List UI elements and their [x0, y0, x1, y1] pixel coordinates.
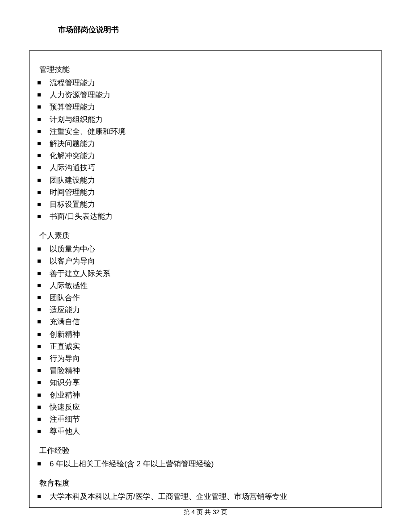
list-item: 大学本科及本科以上学历/医学、工商管理、企业管理、市场营销等专业 [38, 490, 382, 503]
section-heading: 管理技能 [29, 64, 382, 75]
bullet-marker-icon [38, 296, 41, 299]
bullet-marker-icon [38, 142, 41, 145]
bullet-marker-icon [38, 81, 41, 84]
bullet-marker-icon [38, 308, 41, 311]
list-item-text: 正直诚实 [50, 340, 80, 352]
section-heading: 工作经验 [29, 445, 382, 456]
list-item-text: 书面/口头表达能力 [50, 210, 113, 222]
bullet-marker-icon [38, 203, 41, 206]
bullet-marker-icon [38, 130, 41, 133]
list-item-text: 以客户为导向 [50, 255, 95, 267]
list-item-text: 解决问题能力 [50, 138, 95, 150]
list-item-text: 行为导向 [50, 352, 80, 364]
list-item-text: 创新精神 [50, 328, 80, 340]
list-item: 团队建设能力 [38, 174, 382, 186]
list-item: 化解冲突能力 [38, 150, 382, 162]
list-item: 注重安全、健康和环境 [38, 126, 382, 138]
list-item: 注重细节 [38, 413, 382, 425]
list-item: 正直诚实 [38, 340, 382, 352]
bullet-marker-icon [38, 430, 41, 433]
bullet-list: 以质量为中心以客户为导向善于建立人际关系人际敏感性团队合作适应能力充满自信创新精… [29, 243, 382, 437]
section-heading: 教育程度 [29, 478, 382, 488]
list-item-text: 人际沟通技巧 [50, 162, 95, 174]
list-item-text: 6 年以上相关工作经验(含 2 年以上营销管理经验) [50, 458, 214, 470]
bullet-marker-icon [38, 105, 41, 109]
list-item-text: 知识分享 [50, 377, 80, 389]
list-item-text: 创业精神 [50, 389, 80, 401]
list-item-text: 时间管理能力 [50, 186, 95, 198]
page-footer: 第 4 页 共 32 页 [0, 508, 411, 516]
bullet-marker-icon [38, 93, 41, 96]
content-box: 管理技能流程管理能力人力资源管理能力预算管理能力计划与组织能力注重安全、健康和环… [29, 50, 382, 508]
bullet-marker-icon [38, 215, 41, 218]
list-item: 预算管理能力 [38, 101, 382, 113]
list-item-text: 注重细节 [50, 413, 80, 425]
list-item: 适应能力 [38, 304, 382, 316]
list-item-text: 化解冲突能力 [50, 150, 95, 162]
list-item: 时间管理能力 [38, 186, 382, 198]
list-item-text: 目标设置能力 [50, 198, 95, 210]
list-item-text: 流程管理能力 [50, 77, 95, 89]
list-item-text: 尊重他人 [50, 425, 80, 437]
list-item: 流程管理能力 [38, 77, 382, 89]
list-item: 团队合作 [38, 292, 382, 304]
list-item-text: 注重安全、健康和环境 [50, 126, 126, 138]
bullet-list: 大学本科及本科以上学历/医学、工商管理、企业管理、市场营销等专业 [29, 490, 382, 503]
bullet-marker-icon [38, 406, 41, 409]
list-item-text: 冒险精神 [50, 364, 80, 377]
list-item: 快速反应 [38, 401, 382, 413]
bullet-marker-icon [38, 345, 41, 348]
list-item: 尊重他人 [38, 425, 382, 437]
list-item: 以客户为导向 [38, 255, 382, 267]
list-item-text: 快速反应 [50, 401, 80, 413]
bullet-marker-icon [38, 247, 41, 251]
list-item: 行为导向 [38, 352, 382, 364]
bullet-marker-icon [38, 320, 41, 323]
list-item-text: 大学本科及本科以上学历/医学、工商管理、企业管理、市场营销等专业 [50, 490, 287, 503]
bullet-marker-icon [38, 166, 41, 169]
list-item: 人际敏感性 [38, 280, 382, 292]
list-item-text: 预算管理能力 [50, 101, 95, 113]
list-item: 6 年以上相关工作经验(含 2 年以上营销管理经验) [38, 458, 382, 470]
bullet-marker-icon [38, 118, 41, 121]
bullet-marker-icon [38, 381, 41, 384]
list-item: 人际沟通技巧 [38, 162, 382, 174]
list-item: 知识分享 [38, 377, 382, 389]
bullet-marker-icon [38, 284, 41, 287]
list-item-text: 计划与组织能力 [50, 113, 103, 126]
bullet-marker-icon [38, 179, 41, 182]
list-item: 创新精神 [38, 328, 382, 340]
list-item-text: 人力资源管理能力 [50, 89, 110, 101]
bullet-marker-icon [38, 154, 41, 157]
bullet-marker-icon [38, 260, 41, 263]
bullet-marker-icon [38, 394, 41, 397]
list-item: 冒险精神 [38, 364, 382, 377]
list-item: 充满自信 [38, 316, 382, 328]
list-item: 解决问题能力 [38, 138, 382, 150]
list-item: 书面/口头表达能力 [38, 210, 382, 222]
list-item: 创业精神 [38, 389, 382, 401]
list-item-text: 人际敏感性 [50, 280, 88, 292]
list-item-text: 善于建立人际关系 [50, 268, 110, 280]
list-item: 人力资源管理能力 [38, 89, 382, 101]
list-item-text: 适应能力 [50, 304, 80, 316]
list-item: 计划与组织能力 [38, 113, 382, 126]
list-item: 目标设置能力 [38, 198, 382, 210]
section-heading: 个人素质 [29, 230, 382, 241]
list-item-text: 团队合作 [50, 292, 80, 304]
bullet-marker-icon [38, 369, 41, 372]
bullet-marker-icon [38, 191, 41, 194]
bullet-marker-icon [38, 495, 41, 498]
bullet-list: 6 年以上相关工作经验(含 2 年以上营销管理经验) [29, 458, 382, 470]
list-item-text: 充满自信 [50, 316, 80, 328]
page-title: 市场部岗位说明书 [0, 0, 411, 35]
bullet-marker-icon [38, 272, 41, 275]
bullet-marker-icon [38, 333, 41, 336]
bullet-marker-icon [38, 418, 41, 421]
bullet-marker-icon [38, 462, 41, 465]
list-item: 以质量为中心 [38, 243, 382, 255]
list-item-text: 以质量为中心 [50, 243, 95, 255]
list-item-text: 团队建设能力 [50, 174, 95, 186]
list-item: 善于建立人际关系 [38, 268, 382, 280]
bullet-list: 流程管理能力人力资源管理能力预算管理能力计划与组织能力注重安全、健康和环境解决问… [29, 77, 382, 222]
